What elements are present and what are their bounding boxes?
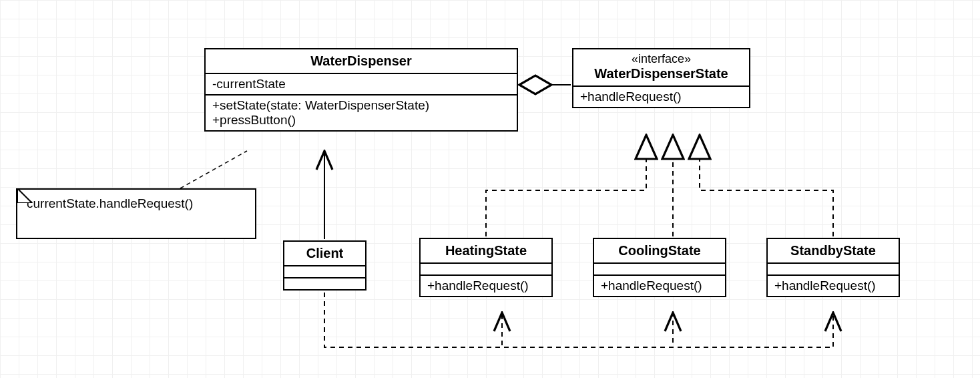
- connectors-layer: [0, 0, 980, 378]
- edge-dependency-cooling: [324, 293, 673, 347]
- edge-realization-standby: [700, 135, 833, 236]
- edge-dependency-heating: [324, 293, 502, 347]
- edge-note-link: [180, 151, 247, 188]
- edge-dependency-standby: [324, 293, 833, 347]
- edge-realization-heating: [486, 135, 646, 236]
